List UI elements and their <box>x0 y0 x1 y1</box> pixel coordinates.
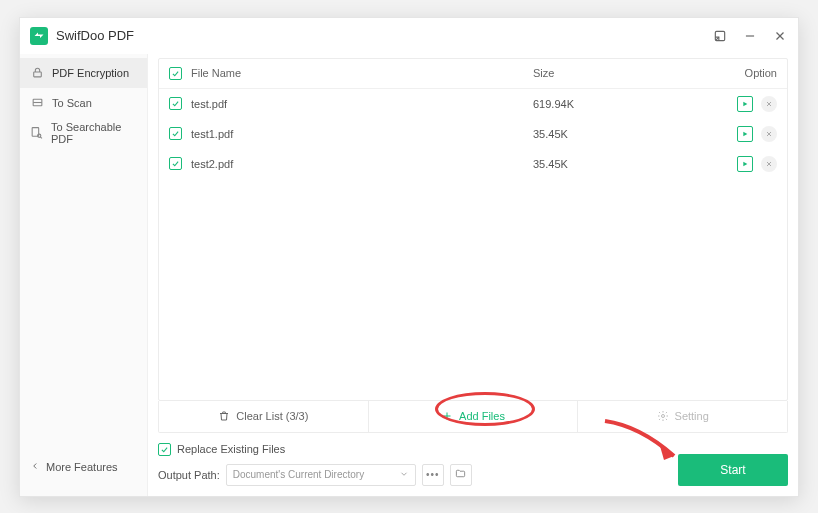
chevron-down-icon <box>399 469 409 481</box>
plus-icon <box>441 410 453 422</box>
clear-list-button[interactable]: Clear List (3/3) <box>159 401 369 432</box>
header-option: Option <box>713 67 777 79</box>
remove-button[interactable] <box>761 96 777 112</box>
start-button[interactable]: Start <box>678 454 788 486</box>
row-checkbox[interactable] <box>169 127 182 140</box>
play-button[interactable] <box>737 126 753 142</box>
file-size-cell: 619.94K <box>533 98 713 110</box>
replace-existing-label: Replace Existing Files <box>177 443 285 455</box>
app-logo-icon <box>30 27 48 45</box>
folder-icon <box>455 468 466 481</box>
start-label: Start <box>720 463 745 477</box>
remove-button[interactable] <box>761 156 777 172</box>
file-table: File Name Size Option test.pdf 619.94K t… <box>158 58 788 401</box>
close-button[interactable] <box>772 28 788 44</box>
replace-existing-checkbox[interactable] <box>158 443 171 456</box>
file-size-cell: 35.45K <box>533 158 713 170</box>
svg-point-21 <box>661 415 664 418</box>
minimize-button[interactable] <box>742 28 758 44</box>
play-button[interactable] <box>737 156 753 172</box>
sidebar-item-to-scan[interactable]: To Scan <box>20 88 147 118</box>
sidebar: PDF Encryption To Scan To Searchable PDF <box>20 54 148 496</box>
output-path-select[interactable]: Document's Current Directory <box>226 464 416 486</box>
app-title: SwifDoo PDF <box>56 28 712 43</box>
file-name-cell: test.pdf <box>191 98 533 110</box>
svg-rect-4 <box>33 72 41 77</box>
more-features-label: More Features <box>46 461 118 473</box>
sidebar-item-label: To Scan <box>52 97 92 109</box>
play-button[interactable] <box>737 96 753 112</box>
svg-marker-10 <box>743 101 747 106</box>
action-bar: Clear List (3/3) Add Files Setting <box>158 401 788 433</box>
table-row: test1.pdf 35.45K <box>159 119 787 149</box>
file-name-cell: test1.pdf <box>191 128 533 140</box>
sidebar-item-to-searchable-pdf[interactable]: To Searchable PDF <box>20 118 147 148</box>
sidebar-item-pdf-encryption[interactable]: PDF Encryption <box>20 58 147 88</box>
add-files-label: Add Files <box>459 410 505 422</box>
output-path-label: Output Path: <box>158 469 220 481</box>
gear-icon <box>657 410 669 422</box>
header-size: Size <box>533 67 713 79</box>
sidebar-item-label: To Searchable PDF <box>51 121 137 145</box>
table-row: test.pdf 619.94K <box>159 89 787 119</box>
file-size-cell: 35.45K <box>533 128 713 140</box>
table-row: test2.pdf 35.45K <box>159 149 787 179</box>
thumbnail-button[interactable] <box>712 28 728 44</box>
output-path-value: Document's Current Directory <box>233 469 364 480</box>
trash-icon <box>218 410 230 422</box>
row-checkbox[interactable] <box>169 157 182 170</box>
lock-icon <box>30 66 44 80</box>
header-file-name: File Name <box>191 67 533 79</box>
file-name-cell: test2.pdf <box>191 158 533 170</box>
searchable-icon <box>30 126 43 140</box>
main-panel: File Name Size Option test.pdf 619.94K t… <box>148 54 798 496</box>
clear-list-label: Clear List (3/3) <box>236 410 308 422</box>
more-features-button[interactable]: More Features <box>20 452 147 482</box>
sidebar-item-label: PDF Encryption <box>52 67 129 79</box>
open-folder-button[interactable] <box>450 464 472 486</box>
svg-marker-16 <box>743 161 747 166</box>
add-files-button[interactable]: Add Files <box>369 401 579 432</box>
titlebar: SwifDoo PDF <box>20 18 798 54</box>
chevron-left-icon <box>30 461 40 473</box>
svg-marker-13 <box>743 131 747 136</box>
setting-label: Setting <box>675 410 709 422</box>
select-all-checkbox[interactable] <box>169 67 182 80</box>
ellipsis-icon: ••• <box>426 469 440 480</box>
setting-button[interactable]: Setting <box>578 401 787 432</box>
remove-button[interactable] <box>761 126 777 142</box>
browse-button[interactable]: ••• <box>422 464 444 486</box>
scan-icon <box>30 96 44 110</box>
row-checkbox[interactable] <box>169 97 182 110</box>
svg-line-9 <box>40 137 42 139</box>
